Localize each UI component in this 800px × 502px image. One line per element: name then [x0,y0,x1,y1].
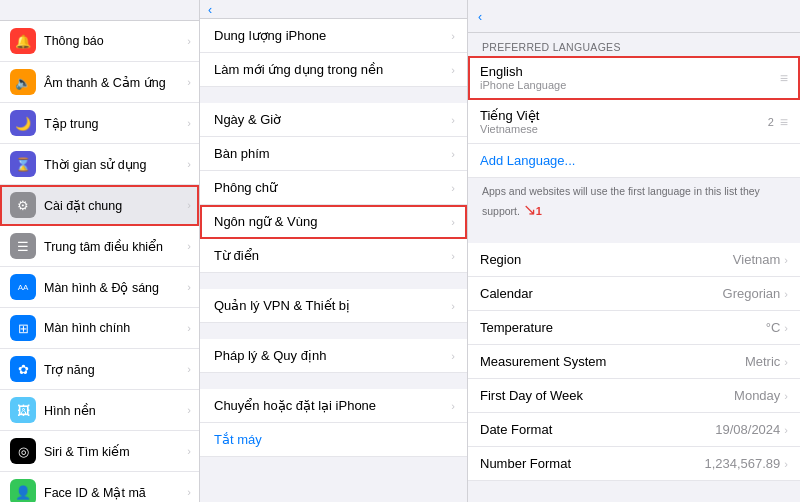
general-item-label: Phông chữ [214,180,451,195]
am-thanh-icon: 🔈 [10,69,36,95]
section-gap [468,227,800,243]
chevron-right-icon: › [784,424,788,436]
general-item-phong-chu[interactable]: Phông chữ› [200,171,467,205]
chevron-right-icon: › [451,350,455,362]
sidebar-item-label: Tập trung [44,116,187,131]
region-setting-region[interactable]: RegionVietnam› [468,243,800,277]
section-gap [200,373,467,389]
region-setting-measurement-system[interactable]: Measurement SystemMetric› [468,345,800,379]
general-item-label: Bàn phím [214,146,451,161]
region-setting-label: First Day of Week [480,388,734,403]
sidebar-item-tro-nang[interactable]: ✿Trợ năng› [0,349,199,390]
region-setting-first-day-of-week[interactable]: First Day of WeekMonday› [468,379,800,413]
region-setting-label: Temperature [480,320,766,335]
chevron-right-icon: › [451,300,455,312]
sidebar-item-am-thanh[interactable]: 🔈Âm thanh & Cảm ứng› [0,62,199,103]
region-setting-value: 1,234,567.89 [704,456,780,471]
sidebar-item-man-hinh-chinh[interactable]: ⊞Màn hình chính› [0,308,199,349]
chevron-right-icon: › [784,356,788,368]
panel1-title [0,0,199,21]
panel3-back-button[interactable]: ‹ [478,10,484,24]
sidebar-item-man-hinh-do-sang[interactable]: AAMàn hình & Độ sáng› [0,267,199,308]
thoi-gian-icon: ⌛ [10,151,36,177]
sidebar-item-thong-bao[interactable]: 🔔Thông báo› [0,21,199,62]
language-item-1[interactable]: Tiếng ViệtVietnamese2≡ [468,100,800,144]
chevron-right-icon: › [187,76,191,88]
region-setting-label: Region [480,252,733,267]
thong-bao-icon: 🔔 [10,28,36,54]
chevron-right-icon: › [451,64,455,76]
region-setting-number-format[interactable]: Number Format1,234,567.89› [468,447,800,481]
general-item-chuyen-doi[interactable]: Chuyển hoặc đặt lại iPhone› [200,389,467,423]
chevron-right-icon: › [187,486,191,498]
region-setting-label: Measurement System [480,354,745,369]
general-item-ban-phim[interactable]: Bàn phím› [200,137,467,171]
general-item-label: Pháp lý & Quy định [214,348,451,363]
region-setting-calendar[interactable]: CalendarGregorian› [468,277,800,311]
cai-dat-chung-icon: ⚙ [10,192,36,218]
language-item-0[interactable]: EnglishiPhone Language≡ [468,56,800,100]
sidebar-item-tap-trung[interactable]: 🌙Tập trung› [0,103,199,144]
language-text-0: EnglishiPhone Language [480,64,780,91]
region-setting-date-format[interactable]: Date Format19/08/2024› [468,413,800,447]
face-id-icon: 👤 [10,479,36,502]
general-item-label: Dung lượng iPhone [214,28,451,43]
sidebar-item-face-id[interactable]: 👤Face ID & Mật mã› [0,472,199,502]
sidebar-item-trung-tam[interactable]: ☰Trung tâm điều khiển› [0,226,199,267]
add-language-button[interactable]: Add Language... [468,144,800,178]
language-sub: Vietnamese [480,123,768,135]
sidebar-item-hinh-nen[interactable]: 🖼Hình nền› [0,390,199,431]
general-item-ngay-gio[interactable]: Ngày & Giờ› [200,103,467,137]
tro-nang-icon: ✿ [10,356,36,382]
region-setting-value: Monday [734,388,780,403]
chevron-right-icon: › [187,404,191,416]
chevron-right-icon: › [451,400,455,412]
sidebar-item-label: Màn hình & Độ sáng [44,280,187,295]
general-item-dung-luong[interactable]: Dung lượng iPhone› [200,19,467,53]
man-hinh-do-sang-icon: AA [10,274,36,300]
sidebar-item-siri[interactable]: ◎Siri & Tìm kiếm› [0,431,199,472]
general-item-lam-moi[interactable]: Làm mới ứng dụng trong nền› [200,53,467,87]
add-language-label: Add Language... [480,153,575,168]
section-gap [200,273,467,289]
language-region-panel: ‹ PREFERRED LANGUAGESEnglishiPhone Langu… [468,0,800,502]
general-item-tat-may[interactable]: Tắt máy [200,423,467,457]
general-item-tu-dien[interactable]: Từ điển› [200,239,467,273]
tap-trung-icon: 🌙 [10,110,36,136]
region-setting-temperature[interactable]: Temperature°C› [468,311,800,345]
trung-tam-icon: ☰ [10,233,36,259]
chevron-right-icon: › [187,35,191,47]
settings-panel: 🔔Thông báo›🔈Âm thanh & Cảm ứng›🌙Tập trun… [0,0,200,502]
drag-handle-icon[interactable]: ≡ [780,70,788,86]
chevron-right-icon: › [784,288,788,300]
chevron-right-icon: › [451,250,455,262]
sidebar-item-thoi-gian[interactable]: ⌛Thời gian sử dụng› [0,144,199,185]
language-text-1: Tiếng ViệtVietnamese [480,108,768,135]
chevron-right-icon: › [187,322,191,334]
language-badge: 2 [768,116,774,128]
drag-handle-icon[interactable]: ≡ [780,114,788,130]
chevron-right-icon: › [451,30,455,42]
chevron-right-icon: › [187,363,191,375]
sidebar-item-cai-dat-chung[interactable]: ⚙Cài đặt chung› [0,185,199,226]
panel2-back-button[interactable]: ‹ [208,3,214,17]
chevron-left-icon: ‹ [208,3,212,17]
region-setting-label: Date Format [480,422,715,437]
general-item-quan-ly-vpn[interactable]: Quản lý VPN & Thiết bị› [200,289,467,323]
panel2-header: ‹ [200,0,467,19]
region-setting-value: Metric [745,354,780,369]
region-setting-label: Number Format [480,456,704,471]
general-item-ngon-ngu[interactable]: Ngôn ngữ & Vùng› [200,205,467,239]
chevron-right-icon: › [451,148,455,160]
region-setting-value: Vietnam [733,252,780,267]
panel3-content: PREFERRED LANGUAGESEnglishiPhone Languag… [468,33,800,502]
general-item-label: Quản lý VPN & Thiết bị [214,298,451,313]
sidebar-item-label: Siri & Tìm kiếm [44,444,187,459]
sidebar-item-label: Trợ năng [44,362,187,377]
region-setting-value: °C [766,320,781,335]
sidebar-item-label: Thông báo [44,34,187,48]
chevron-right-icon: › [187,445,191,457]
general-item-phap-ly[interactable]: Pháp lý & Quy định› [200,339,467,373]
region-setting-label: Calendar [480,286,723,301]
chevron-left-icon: ‹ [478,10,482,24]
